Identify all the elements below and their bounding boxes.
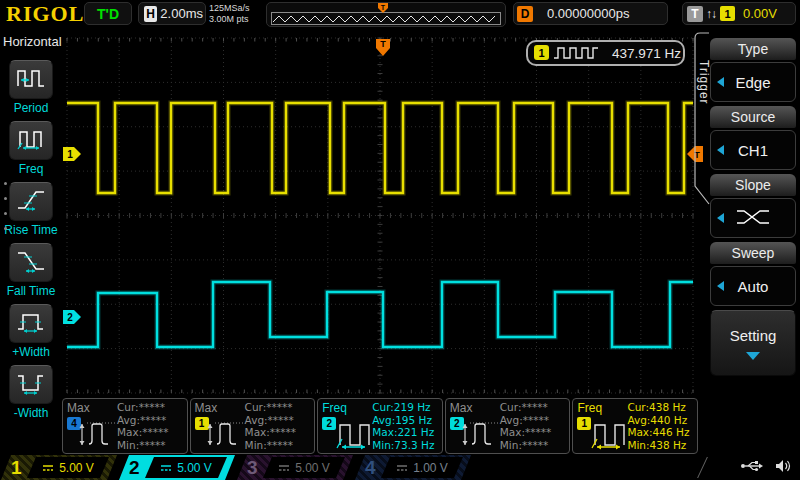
counter-frequency-value: 437.971 Hz [612,46,681,61]
menu-group-value: Auto [738,278,769,295]
svg-text:T: T [381,4,386,11]
channel-2-status[interactable]: 2 5.00 V [119,455,235,480]
oscilloscope-screen: RIGOL T'D H 2.00ms 125MSa/s 3.00M pts T … [0,0,800,480]
channel-status-bar: 1 5.00 V 2 5.00 V 3 5.00 V 4 [0,455,800,480]
left-menu-item-fall-time[interactable]: Fall Time [0,243,62,298]
left-menu-item-label: +Width [0,345,62,359]
svg-text:1: 1 [67,149,73,160]
measurement-value: Avg:***** [245,414,313,427]
trigger-level-box[interactable]: T ↑↓ 1 0.00V [682,2,796,25]
timebase-value: 2.00ms [160,6,203,21]
dc-coupling-icon [396,459,408,477]
measurement-cell-max-ch4[interactable]: Max 4 Cur:*****Avg:*****Max:*****Min:***… [62,398,188,454]
menu-group-source[interactable]: Source CH1 [710,106,796,170]
scroll-indicator-dot [4,227,7,230]
menu-group-slope[interactable]: Slope [710,174,796,238]
chevron-left-icon [717,77,724,87]
horizontal-timebase-box[interactable]: H 2.00ms [138,2,206,25]
h-badge: H [144,6,157,22]
left-menu-item-label: Freq [0,162,62,176]
trigger-menu: Type EdgeSource CH1Slope Sweep AutoSetti… [710,30,800,455]
channel-scale: 5.00 V [59,461,94,475]
delay-value: 0.00000000ps [547,6,629,21]
channel-scale-box: 1.00 V [381,457,463,478]
menu-group-title: Type [710,38,796,60]
period-icon [16,66,46,94]
left-menu-item-label: Period [0,101,62,115]
waveform-preview-strip[interactable]: T [266,2,506,27]
channel-scale: 5.00 V [295,461,330,475]
measurement-value: Cur:***** [500,401,568,414]
menu-group-type[interactable]: Type Edge [710,38,796,102]
top-status-bar: RIGOL T'D H 2.00ms 125MSa/s 3.00M pts T … [0,0,800,30]
measurement-cell-freq-ch1[interactable]: Freq 1 Cur:438 HzAvg:440 HzMax:446 HzMin… [572,398,698,454]
frequency-counter: 1 437.971 Hz [527,41,684,65]
channel-scale-box: 5.00 V [145,457,227,478]
measurement-value: Avg:***** [117,414,185,427]
measurement-value: Max:221 Hz [372,426,440,439]
left-menu-item--width[interactable]: +Width [0,304,62,359]
menu-group-sweep[interactable]: Sweep Auto [710,242,796,306]
left-menu-item-period[interactable]: Period [0,60,62,115]
measurement-value: Cur:438 Hz [627,401,695,414]
channel-4-status[interactable]: 4 1.00 V [355,455,471,480]
measurement-cell-max-ch2[interactable]: Max 2 Cur:*****Avg:*****Max:*****Min:***… [445,398,571,454]
scroll-indicator-dot [4,212,7,215]
acquisition-info: 125MSa/s 3.00M pts [209,3,250,25]
slope-icon [736,209,770,228]
measurement-value: Min:***** [117,439,185,452]
measurement-value: Max:***** [500,426,568,439]
measurement-cell-max-ch1[interactable]: Max 1 Cur:*****Avg:*****Max:*****Min:***… [190,398,316,454]
delay-badge: D [517,6,533,22]
left-menu-item-freq[interactable]: Freq [0,121,62,176]
trigger-status-box: T'D [84,2,132,25]
menu-group-value: Edge [735,74,770,91]
measurement-label: Freq [322,401,372,415]
system-status-icons [740,459,792,477]
measurement-value: Cur:***** [117,401,185,414]
rigol-logo: RIGOL [6,1,84,27]
trigger-badge: T [687,6,703,22]
waveform-display-area[interactable]: 1 2 T T 1 437.971 Hz [62,30,710,396]
freq-measure-icon [332,415,374,454]
horizontal-delay-box[interactable]: D 0.00000000ps [513,2,668,25]
trigger-edge-arrows-icon: ↑↓ [706,7,716,21]
trigger-status: T'D [97,6,119,22]
left-menu-title: Horizontal [0,30,62,49]
measurement-value: Cur:219 Hz [372,401,440,414]
svg-text:2: 2 [67,312,73,323]
sample-rate: 125MSa/s [209,3,250,14]
measurement-value: Cur:***** [245,401,313,414]
left-menu-item-rise-time[interactable]: Rise Time [0,182,62,237]
left-menu-item--width[interactable]: -Width [0,365,62,420]
svg-text:T: T [380,39,386,49]
channel-3-status[interactable]: 3 5.00 V [237,455,353,480]
max-measure-icon [460,415,502,454]
measurement-value: Max:***** [245,426,313,439]
trigger-tab-label: Trigger [697,44,711,120]
counter-channel-badge: 1 [538,47,544,59]
channel-1-status[interactable]: 1 5.00 V [1,455,117,480]
left-menu-item-label: -Width [0,406,62,420]
dc-coupling-icon [160,459,172,477]
measurement-value: Min:438 Hz [627,439,695,452]
usb-icon [740,459,764,477]
left-menu-item-label: Fall Time [0,284,62,298]
trigger-level-value: 0.00V [743,6,777,21]
channel-scale: 1.00 V [413,461,448,475]
measurement-cell-freq-ch2[interactable]: Freq 2 Cur:219 HzAvg:195 HzMax:221 HzMin… [317,398,443,454]
rise-time-icon [16,188,46,216]
measurement-value: Min:***** [245,439,313,452]
freq-icon [16,127,46,155]
plus-width-icon [16,310,46,338]
measurement-value: Avg:195 Hz [372,414,440,427]
beeper-icon [774,459,792,477]
measurement-value: Min:***** [500,439,568,452]
measurement-value: Max:***** [117,426,185,439]
minus-width-icon [16,371,46,399]
measurement-value: Min:73.3 Hz [372,439,440,452]
measurement-value: Avg:***** [500,414,568,427]
measurement-value: Avg:440 Hz [627,414,695,427]
fall-time-icon [16,249,46,277]
menu-group-setting[interactable]: Setting [710,310,796,376]
